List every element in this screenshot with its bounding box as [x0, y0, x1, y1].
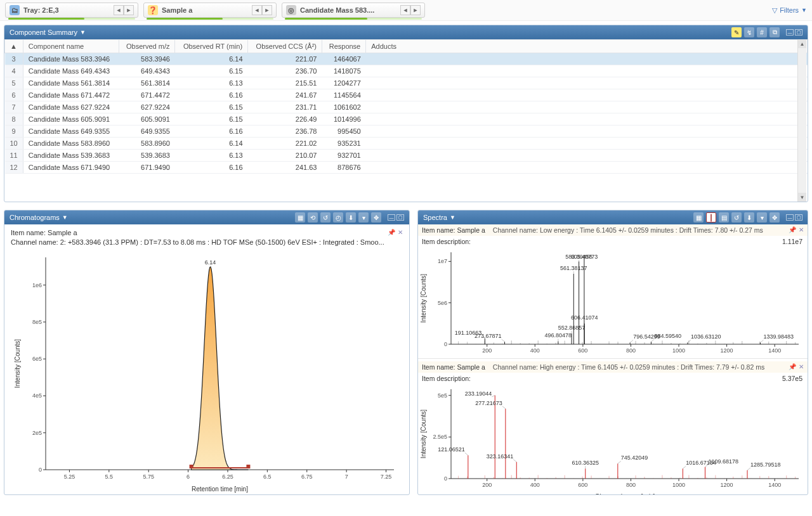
spectrum-high-svg[interactable]: 20040060080010001200140002.5e55e5121.065…: [418, 384, 804, 495]
table-row[interactable]: 10Candidate Mass 583.8960583.89606.14221…: [5, 138, 808, 150]
summary-scrollbar[interactable]: ▲ ▼: [797, 39, 806, 202]
spectrum-low-svg[interactable]: 20040060080010001200140005e61e7191.10663…: [418, 247, 804, 358]
table-row[interactable]: 7Candidate Mass 627.9224627.92246.15231.…: [5, 101, 808, 113]
cell-response: 878676: [322, 162, 365, 174]
filters-label: Filters: [780, 6, 799, 14]
clock-tool-icon[interactable]: ◴: [333, 212, 343, 223]
close-icon[interactable]: ✕: [799, 363, 804, 370]
pin-icon[interactable]: 📌: [789, 226, 796, 233]
cell-mz: 627.9224: [119, 101, 175, 113]
sample-next-button[interactable]: ►: [262, 5, 272, 15]
tray-nav-widget[interactable]: 🗂 Tray: 2:E,3 ◄ ►: [5, 3, 138, 18]
table-row[interactable]: 9Candidate Mass 649.9355649.93556.16236.…: [5, 126, 808, 138]
close-icon[interactable]: ✕: [398, 228, 403, 237]
copy-tool-icon[interactable]: ⧉: [769, 27, 780, 37]
table-row[interactable]: 12Candidate Mass 671.9490671.94906.16241…: [5, 162, 808, 174]
filters-button[interactable]: ▽ Filters ▼: [772, 6, 807, 15]
svg-text:5.75: 5.75: [143, 474, 154, 480]
svg-text:6.25: 6.25: [222, 474, 233, 480]
spectrum-mode-icon[interactable]: ┃: [706, 212, 716, 223]
component-summary-table-wrap[interactable]: ▲ Component name Observed m/z Observed R…: [4, 39, 808, 202]
chromatogram-meta: 📌✕ Item name: Sample a Channel name: 2: …: [11, 228, 403, 248]
scroll-up-icon[interactable]: ▲: [798, 39, 806, 48]
chromatogram-header: Chromatograms ▼ ▦ ⟲ ↺ ◴ ⬇ ▾ ✥ — ▢: [4, 210, 409, 224]
highlight-tool-icon[interactable]: ✎: [731, 27, 742, 37]
maximize-icon[interactable]: ▢: [795, 29, 802, 35]
table-row[interactable]: 11Candidate Mass 539.3683539.36836.13210…: [5, 150, 808, 162]
table-row[interactable]: 5Candidate Mass 561.3814561.38146.13215.…: [5, 77, 808, 89]
tray-progress: [8, 18, 135, 20]
row-index: 4: [5, 65, 23, 77]
cell-component-name: Candidate Mass 561.3814: [23, 77, 119, 89]
move-tool-icon[interactable]: ✥: [769, 212, 780, 223]
svg-text:606.41074: 606.41074: [571, 314, 598, 321]
cell-component-name: Candidate Mass 583.3946: [23, 53, 119, 65]
cell-component-name: Candidate Mass 539.3683: [23, 150, 119, 162]
cell-rt: 6.15: [175, 113, 248, 126]
chevron-down-icon[interactable]: ▾: [757, 212, 767, 223]
scroll-down-icon[interactable]: ▼: [798, 193, 806, 202]
chromatogram-svg[interactable]: 5.255.55.7566.256.56.7577.2502e54e56e58e…: [11, 248, 400, 495]
table-row[interactable]: 4Candidate Mass 649.4343649.43436.15236.…: [5, 65, 808, 77]
export-tool-icon[interactable]: ⬇: [744, 212, 754, 223]
cell-mz: 649.4343: [119, 65, 175, 77]
minimize-icon[interactable]: —: [388, 214, 395, 221]
spectrum-low-max: 1.11e7: [782, 238, 802, 245]
close-icon[interactable]: ✕: [799, 226, 804, 233]
sample-nav-widget[interactable]: ❓ Sample a ◄ ►: [143, 3, 277, 18]
candidate-nav-widget[interactable]: ◎ Candidate Mass 583.... ◄ ►: [282, 3, 425, 18]
row-index: 9: [5, 126, 23, 138]
col-observed-rt[interactable]: Observed RT (min): [175, 40, 248, 53]
minimize-icon[interactable]: —: [786, 214, 794, 221]
col-observed-ccs[interactable]: Observed CCS (Å²): [248, 40, 322, 53]
cell-adducts: [366, 138, 808, 150]
move-tool-icon[interactable]: ✥: [371, 212, 381, 223]
reset-tool-icon[interactable]: ↺: [731, 212, 742, 223]
cell-ccs: 215.51: [248, 77, 322, 89]
svg-text:400: 400: [530, 482, 540, 488]
chevron-down-icon[interactable]: ▼: [62, 214, 68, 221]
svg-text:200: 200: [482, 347, 492, 354]
svg-text:1400: 1400: [768, 482, 781, 488]
svg-text:1e7: 1e7: [438, 258, 447, 264]
tray-next-button[interactable]: ►: [124, 5, 134, 15]
svg-line-165: [502, 406, 506, 409]
svg-text:0: 0: [444, 475, 447, 482]
cell-response: 1014996: [322, 113, 365, 126]
chevron-down-icon[interactable]: ▼: [80, 29, 86, 35]
col-component-name[interactable]: Component name: [23, 40, 119, 53]
chevron-down-icon[interactable]: ▾: [358, 212, 369, 223]
link-tool-icon[interactable]: ⟲: [308, 212, 318, 223]
reset-tool-icon[interactable]: ↺: [320, 212, 331, 223]
table-row[interactable]: 6Candidate Mass 671.4472671.44726.16241.…: [5, 89, 808, 101]
col-adducts[interactable]: Adducts: [366, 40, 808, 53]
maximize-icon[interactable]: ▢: [795, 214, 802, 221]
link-tool-icon[interactable]: ↯: [744, 27, 754, 37]
minimize-icon[interactable]: —: [786, 29, 794, 35]
hash-tool-icon[interactable]: #: [757, 27, 767, 37]
chevron-down-icon[interactable]: ▼: [450, 214, 455, 221]
table-tool-icon[interactable]: ▤: [719, 212, 729, 223]
cell-response: 995450: [322, 126, 365, 138]
chromatogram-chart-area[interactable]: 📌✕ Item name: Sample a Channel name: 2: …: [4, 224, 409, 495]
cell-adducts: [366, 150, 808, 162]
sample-prev-button[interactable]: ◄: [252, 5, 262, 15]
svg-text:5.25: 5.25: [64, 474, 75, 480]
select-tool-icon[interactable]: ▦: [693, 212, 704, 223]
select-tool-icon[interactable]: ▦: [295, 212, 305, 223]
candidate-next-button[interactable]: ►: [410, 5, 421, 15]
table-row[interactable]: 3Candidate Mass 583.3946583.39466.14221.…: [5, 53, 808, 65]
maximize-icon[interactable]: ▢: [396, 214, 404, 221]
col-observed-mz[interactable]: Observed m/z: [119, 40, 175, 53]
export-tool-icon[interactable]: ⬇: [346, 212, 356, 223]
candidate-prev-button[interactable]: ◄: [400, 5, 410, 15]
col-response[interactable]: Response: [322, 40, 365, 53]
cell-ccs: 241.63: [248, 162, 322, 174]
pin-icon[interactable]: 📌: [388, 228, 395, 237]
svg-text:600: 600: [578, 347, 587, 354]
table-row[interactable]: 8Candidate Mass 605.9091605.90916.15226.…: [5, 113, 808, 126]
col-rownum[interactable]: ▲: [5, 40, 23, 53]
cell-response: 1145564: [322, 89, 365, 101]
tray-prev-button[interactable]: ◄: [114, 5, 124, 15]
pin-icon[interactable]: 📌: [789, 363, 796, 370]
